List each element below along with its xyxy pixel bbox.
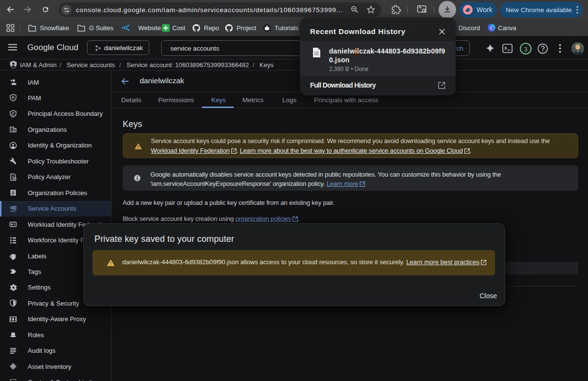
svg-text:C: C [490, 25, 494, 31]
